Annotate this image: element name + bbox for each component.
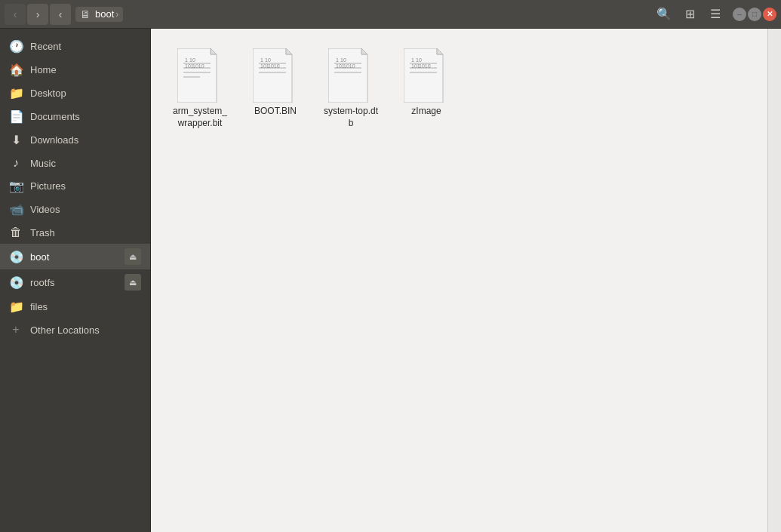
svg-text:10: 10 [416,57,422,63]
svg-text:1: 1 [185,57,188,63]
recent-icon: 🕐 [9,39,23,54]
svg-text:1010: 1010 [343,63,355,69]
titlebar-left: ‹ › ‹ 🖥 boot › [5,4,123,25]
svg-text:1010: 1010 [192,63,204,69]
sidebar-label-other-locations: Other Locations [30,324,141,336]
svg-marker-0 [177,48,217,103]
breadcrumb-arrow: › [115,9,118,20]
sidebar-label-rootfs: rootfs [30,277,117,288]
sidebar-item-desktop[interactable]: 📁 Desktop [0,81,150,105]
svg-text:1: 1 [260,57,263,63]
music-icon: ♪ [9,156,23,170]
sidebar-item-trash[interactable]: 🗑 Trash [0,221,150,244]
sidebar-label-home: Home [30,64,141,75]
file-item-zimage[interactable]: 1 10 101 1010 zImage [392,44,460,134]
rootfs-eject-button[interactable]: ⏏ [125,274,141,291]
svg-text:1010: 1010 [268,63,280,69]
sidebar-item-other-locations[interactable]: + Other Locations [0,318,150,341]
sidebar-label-files: files [30,301,141,312]
sidebar-label-boot: boot [30,251,117,263]
forward-button[interactable]: › [27,4,48,25]
home-icon: 🏠 [9,63,23,77]
file-item-boot-bin[interactable]: 1 10 101 1010 BOOT.BIN [241,44,309,134]
file-name-zimage: zImage [411,106,441,118]
svg-text:10: 10 [340,57,346,63]
view-toggle-button[interactable]: ⊞ [678,4,701,25]
sidebar-label-downloads: Downloads [30,134,141,146]
pictures-icon: 📷 [9,179,23,193]
sidebar-item-videos[interactable]: 📹 Videos [0,198,150,221]
file-name-arm-wrapper: arm_system_wrapper.bit [171,106,229,129]
sidebar: 🕐 Recent 🏠 Home 📁 Desktop 📄 Documents ⬇ … [0,29,151,532]
sidebar-item-pictures[interactable]: 📷 Pictures [0,174,150,198]
minimize-button[interactable]: – [733,8,746,21]
menu-button[interactable]: ☰ [704,4,727,25]
trash-icon: 🗑 [9,226,23,239]
sidebar-label-documents: Documents [30,111,141,122]
close-button[interactable]: ✕ [763,8,776,21]
other-locations-icon: + [9,323,23,337]
up-button[interactable]: ‹ [50,4,71,25]
sidebar-label-recent: Recent [30,41,141,52]
breadcrumb-icon: 🖥 [80,8,91,20]
documents-icon: 📄 [9,109,23,124]
file-name-boot-bin: BOOT.BIN [254,106,297,118]
sidebar-item-recent[interactable]: 🕐 Recent [0,35,150,58]
svg-text:1010: 1010 [419,63,431,69]
svg-marker-1 [211,48,217,54]
sidebar-item-rootfs[interactable]: 💿 rootfs ⏏ [0,269,150,295]
file-item-arm-wrapper[interactable]: 1 10 101 1010 arm_system_wrapper.bit [166,44,234,134]
file-icon-boot-bin: 1 10 101 1010 [253,48,298,103]
svg-marker-20 [361,48,367,54]
file-icon-arm-wrapper: 1 10 101 1010 [177,48,223,103]
svg-text:1: 1 [336,57,339,63]
file-item-system-top[interactable]: 1 10 101 1010 system-top.dtb [317,44,385,134]
right-strip [767,29,781,532]
file-name-system-top: system-top.dtb [321,106,380,129]
titlebar-right: 🔍 ⊞ ☰ – □ ✕ [653,4,776,25]
downloads-icon: ⬇ [9,133,23,147]
sidebar-item-boot[interactable]: 💿 boot ⏏ [0,244,150,269]
svg-marker-29 [437,48,443,54]
svg-text:10: 10 [189,57,195,63]
sidebar-label-videos: Videos [30,204,141,215]
sidebar-item-documents[interactable]: 📄 Documents [0,105,150,128]
sidebar-label-trash: Trash [30,227,141,238]
maximize-button[interactable]: □ [748,8,761,21]
boot-eject-button[interactable]: ⏏ [125,248,141,265]
svg-text:10: 10 [265,57,271,63]
svg-marker-28 [404,48,443,103]
titlebar: ‹ › ‹ 🖥 boot › 🔍 ⊞ ☰ – □ ✕ [0,0,781,29]
sidebar-label-music: Music [30,158,141,169]
files-icon: 📁 [9,300,23,314]
svg-marker-19 [328,48,367,103]
back-button[interactable]: ‹ [5,4,26,25]
window-controls: – □ ✕ [733,8,776,21]
svg-marker-11 [286,48,292,54]
rootfs-drive-icon: 💿 [9,275,23,290]
file-icon-system-top: 1 10 101 1010 [328,48,374,103]
desktop-icon: 📁 [9,86,23,100]
sidebar-item-music[interactable]: ♪ Music [0,152,150,174]
breadcrumb: 🖥 boot › [75,7,123,22]
svg-text:1: 1 [411,57,414,63]
search-button[interactable]: 🔍 [653,4,675,25]
file-area[interactable]: 1 10 101 1010 arm_system_wrapper.bit 1 1… [151,29,767,532]
sidebar-label-desktop: Desktop [30,88,141,99]
sidebar-item-downloads[interactable]: ⬇ Downloads [0,128,150,152]
boot-drive-icon: 💿 [9,250,23,264]
main-area: 🕐 Recent 🏠 Home 📁 Desktop 📄 Documents ⬇ … [0,29,781,532]
videos-icon: 📹 [9,202,23,217]
sidebar-item-home[interactable]: 🏠 Home [0,58,150,81]
sidebar-item-files[interactable]: 📁 files [0,295,150,318]
svg-marker-10 [253,48,292,103]
sidebar-label-pictures: Pictures [30,180,141,192]
breadcrumb-title: boot [95,8,114,20]
file-icon-zimage: 1 10 101 1010 [404,48,449,103]
